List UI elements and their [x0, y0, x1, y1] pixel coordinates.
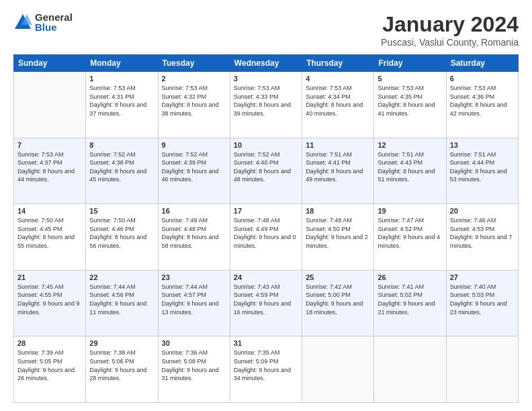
logo-blue: Blue	[35, 22, 73, 32]
day-number: 12	[378, 141, 442, 149]
logo-general: General	[35, 12, 73, 22]
day-cell: 27 Sunrise: 7:40 AMSunset: 5:03 PMDaylig…	[446, 270, 518, 336]
calendar-page: General Blue January 2024 Puscasi, Vaslu…	[0, 0, 532, 411]
calendar-subtitle: Puscasi, Vaslui County, Romania	[381, 37, 519, 48]
day-number: 24	[234, 273, 298, 281]
day-cell: 11 Sunrise: 7:51 AMSunset: 4:41 PMDaylig…	[302, 138, 374, 204]
day-info: Sunrise: 7:51 AMSunset: 4:44 PMDaylight:…	[450, 150, 515, 184]
day-info: Sunrise: 7:46 AMSunset: 4:53 PMDaylight:…	[450, 216, 515, 250]
day-cell	[302, 336, 374, 403]
day-info: Sunrise: 7:51 AMSunset: 4:41 PMDaylight:…	[306, 150, 370, 184]
calendar-title: January 2024	[381, 12, 519, 37]
day-number: 7	[17, 141, 82, 149]
day-number: 30	[162, 339, 226, 347]
col-thursday: Thursday	[302, 55, 374, 72]
day-cell: 4 Sunrise: 7:53 AMSunset: 4:34 PMDayligh…	[302, 72, 374, 138]
week-row-3: 14 Sunrise: 7:50 AMSunset: 4:45 PMDaylig…	[14, 204, 519, 271]
day-cell: 21 Sunrise: 7:45 AMSunset: 4:55 PMDaylig…	[14, 270, 86, 336]
day-info: Sunrise: 7:41 AMSunset: 5:02 PMDaylight:…	[378, 283, 442, 316]
day-info: Sunrise: 7:43 AMSunset: 4:59 PMDaylight:…	[234, 283, 298, 316]
day-cell: 17 Sunrise: 7:48 AMSunset: 4:49 PMDaylig…	[230, 204, 302, 271]
day-number: 16	[162, 207, 226, 215]
day-info: Sunrise: 7:39 AMSunset: 5:05 PMDaylight:…	[17, 349, 82, 382]
day-number: 28	[17, 339, 82, 347]
day-number: 8	[89, 141, 154, 149]
day-number: 2	[162, 75, 226, 83]
col-tuesday: Tuesday	[158, 55, 230, 72]
day-number: 9	[162, 141, 226, 149]
day-info: Sunrise: 7:52 AMSunset: 4:40 PMDaylight:…	[234, 150, 298, 184]
day-cell: 9 Sunrise: 7:52 AMSunset: 4:39 PMDayligh…	[158, 138, 230, 204]
day-info: Sunrise: 7:53 AMSunset: 4:36 PMDaylight:…	[450, 84, 515, 118]
col-sunday: Sunday	[14, 55, 86, 72]
day-cell: 22 Sunrise: 7:44 AMSunset: 4:56 PMDaylig…	[86, 270, 158, 336]
day-cell: 6 Sunrise: 7:53 AMSunset: 4:36 PMDayligh…	[446, 72, 518, 138]
day-number: 1	[89, 75, 154, 83]
day-number: 14	[17, 207, 82, 215]
day-number: 27	[450, 273, 515, 281]
header: General Blue January 2024 Puscasi, Vaslu…	[13, 12, 519, 48]
day-info: Sunrise: 7:51 AMSunset: 4:43 PMDaylight:…	[378, 150, 442, 184]
day-cell: 7 Sunrise: 7:53 AMSunset: 4:37 PMDayligh…	[14, 138, 86, 204]
day-cell	[14, 72, 86, 138]
day-info: Sunrise: 7:53 AMSunset: 4:31 PMDaylight:…	[89, 84, 154, 118]
day-cell: 29 Sunrise: 7:38 AMSunset: 5:06 PMDaylig…	[86, 336, 158, 403]
title-block: January 2024 Puscasi, Vaslui County, Rom…	[381, 12, 519, 48]
day-cell	[374, 336, 446, 403]
day-info: Sunrise: 7:40 AMSunset: 5:03 PMDaylight:…	[450, 283, 515, 316]
day-number: 10	[234, 141, 298, 149]
day-info: Sunrise: 7:48 AMSunset: 4:50 PMDaylight:…	[306, 216, 370, 250]
day-number: 5	[378, 75, 442, 83]
day-number: 19	[378, 207, 442, 215]
logo-text: General Blue	[35, 12, 73, 32]
day-info: Sunrise: 7:38 AMSunset: 5:06 PMDaylight:…	[89, 349, 154, 382]
day-number: 15	[89, 207, 154, 215]
col-saturday: Saturday	[446, 55, 518, 72]
day-number: 13	[450, 141, 515, 149]
header-row: Sunday Monday Tuesday Wednesday Thursday…	[14, 55, 519, 72]
day-info: Sunrise: 7:52 AMSunset: 4:38 PMDaylight:…	[89, 150, 154, 184]
day-info: Sunrise: 7:52 AMSunset: 4:39 PMDaylight:…	[162, 150, 226, 184]
week-row-5: 28 Sunrise: 7:39 AMSunset: 5:05 PMDaylig…	[14, 336, 519, 403]
day-cell: 31 Sunrise: 7:35 AMSunset: 5:09 PMDaylig…	[230, 336, 302, 403]
day-info: Sunrise: 7:50 AMSunset: 4:46 PMDaylight:…	[89, 216, 154, 250]
day-info: Sunrise: 7:44 AMSunset: 4:57 PMDaylight:…	[162, 283, 226, 316]
day-info: Sunrise: 7:49 AMSunset: 4:48 PMDaylight:…	[162, 216, 226, 250]
day-number: 29	[89, 339, 154, 347]
day-info: Sunrise: 7:53 AMSunset: 4:37 PMDaylight:…	[17, 150, 82, 184]
day-number: 21	[17, 273, 82, 281]
day-info: Sunrise: 7:53 AMSunset: 4:33 PMDaylight:…	[234, 84, 298, 118]
day-cell	[446, 336, 518, 403]
col-friday: Friday	[374, 55, 446, 72]
day-info: Sunrise: 7:53 AMSunset: 4:34 PMDaylight:…	[306, 84, 370, 118]
day-cell: 28 Sunrise: 7:39 AMSunset: 5:05 PMDaylig…	[14, 336, 86, 403]
day-cell: 3 Sunrise: 7:53 AMSunset: 4:33 PMDayligh…	[230, 72, 302, 138]
day-info: Sunrise: 7:50 AMSunset: 4:45 PMDaylight:…	[17, 216, 82, 250]
day-number: 6	[450, 75, 515, 83]
day-cell: 16 Sunrise: 7:49 AMSunset: 4:48 PMDaylig…	[158, 204, 230, 271]
day-info: Sunrise: 7:36 AMSunset: 5:08 PMDaylight:…	[162, 349, 226, 382]
day-number: 25	[306, 273, 370, 281]
col-monday: Monday	[86, 55, 158, 72]
day-number: 11	[306, 141, 370, 149]
day-number: 20	[450, 207, 515, 215]
day-cell: 25 Sunrise: 7:42 AMSunset: 5:00 PMDaylig…	[302, 270, 374, 336]
logo-icon	[13, 13, 32, 32]
day-cell: 23 Sunrise: 7:44 AMSunset: 4:57 PMDaylig…	[158, 270, 230, 336]
day-cell: 13 Sunrise: 7:51 AMSunset: 4:44 PMDaylig…	[446, 138, 518, 204]
day-info: Sunrise: 7:45 AMSunset: 4:55 PMDaylight:…	[17, 283, 82, 316]
day-info: Sunrise: 7:42 AMSunset: 5:00 PMDaylight:…	[306, 283, 370, 316]
day-cell: 1 Sunrise: 7:53 AMSunset: 4:31 PMDayligh…	[86, 72, 158, 138]
day-info: Sunrise: 7:53 AMSunset: 4:35 PMDaylight:…	[378, 84, 442, 118]
day-cell: 8 Sunrise: 7:52 AMSunset: 4:38 PMDayligh…	[86, 138, 158, 204]
day-info: Sunrise: 7:44 AMSunset: 4:56 PMDaylight:…	[89, 283, 154, 316]
day-cell: 10 Sunrise: 7:52 AMSunset: 4:40 PMDaylig…	[230, 138, 302, 204]
day-cell: 12 Sunrise: 7:51 AMSunset: 4:43 PMDaylig…	[374, 138, 446, 204]
day-number: 22	[89, 273, 154, 281]
day-cell: 15 Sunrise: 7:50 AMSunset: 4:46 PMDaylig…	[86, 204, 158, 271]
day-info: Sunrise: 7:35 AMSunset: 5:09 PMDaylight:…	[234, 349, 298, 382]
day-number: 31	[234, 339, 298, 347]
day-info: Sunrise: 7:48 AMSunset: 4:49 PMDaylight:…	[234, 216, 298, 250]
day-number: 23	[162, 273, 226, 281]
day-number: 26	[378, 273, 442, 281]
